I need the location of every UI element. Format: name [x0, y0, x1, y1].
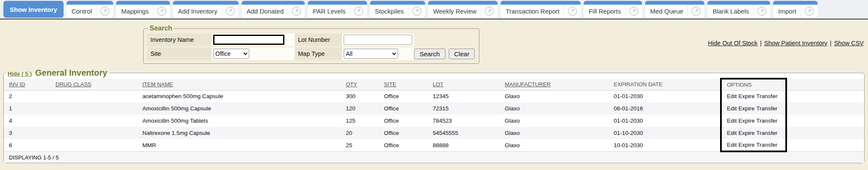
- expire-action[interactable]: Expire: [738, 142, 754, 148]
- col-header-item-name[interactable]: ITEM NAME: [142, 81, 173, 88]
- external-link-icon[interactable]: [351, 5, 367, 18]
- expire-action[interactable]: Expire: [738, 93, 754, 99]
- external-link-icon[interactable]: [153, 5, 170, 18]
- expire-action[interactable]: Expire: [738, 105, 754, 112]
- tab-label: Control: [67, 5, 96, 18]
- pagination-row: DISPLAYING 1-5 / 5: [4, 151, 864, 163]
- site-select[interactable]: Office: [213, 49, 249, 59]
- edit-action[interactable]: Edit: [727, 142, 737, 148]
- tab-label: Stockpiles: [370, 5, 408, 18]
- inventory-table: INV ID DRUG CLASS ITEM NAME QTY SITE LOT…: [4, 78, 864, 163]
- external-link-icon[interactable]: [801, 5, 818, 18]
- tab-import[interactable]: Import: [773, 1, 818, 18]
- cell-qty: 120: [341, 102, 379, 115]
- cell-inv-id: 6: [4, 139, 50, 151]
- external-link-icon[interactable]: [97, 5, 113, 18]
- cell-manufacturer: Glaxo: [500, 90, 609, 102]
- expire-action[interactable]: Expire: [738, 130, 754, 136]
- view-links: Hide Out Of Stock | Show Patient Invento…: [479, 22, 864, 47]
- lot-number-label: Lot Number: [295, 33, 342, 46]
- tab-fill-reports[interactable]: Fill Reports: [584, 1, 642, 18]
- transfer-action[interactable]: Transfer: [757, 118, 778, 124]
- cell-lot: 72315: [428, 102, 500, 115]
- cell-site: Office: [379, 127, 428, 139]
- cell-expiration-date: 01-01-2030: [609, 115, 721, 127]
- transfer-action[interactable]: Transfer: [757, 105, 778, 112]
- tab-par-levels[interactable]: PAR Levels: [308, 1, 367, 18]
- tab-med-queue[interactable]: Med Queue: [645, 1, 704, 18]
- inventory-name-label: Inventory Name: [147, 33, 211, 46]
- empty-cell: [786, 115, 864, 127]
- map-type-select[interactable]: All: [344, 49, 398, 59]
- cell-lot: 88888: [428, 139, 500, 151]
- tab-mappings[interactable]: Mappings: [116, 1, 170, 18]
- inventory-row: 1 Amoxicillin 500mg Capsule 120 Office 7…: [4, 102, 864, 115]
- cell-lot: 12345: [428, 90, 500, 102]
- tab-stockpiles[interactable]: Stockpiles: [370, 1, 425, 18]
- tab-label: Fill Reports: [584, 5, 625, 18]
- tab-cap: [242, 1, 305, 5]
- empty-cell: [786, 139, 864, 151]
- cell-lot: 54545555: [428, 127, 500, 139]
- cell-drug-class: [50, 115, 137, 127]
- external-link-icon[interactable]: [222, 5, 239, 18]
- show-patient-inventory-link[interactable]: Show Patient Inventory: [764, 40, 827, 47]
- clear-button[interactable]: Clear: [449, 49, 475, 59]
- cell-drug-class: [50, 127, 137, 139]
- col-header-manufacturer[interactable]: MANUFACTURER: [505, 81, 551, 88]
- tab-cap: [501, 1, 581, 5]
- show-csv-link[interactable]: Show CSV: [834, 40, 864, 47]
- external-link-icon[interactable]: [688, 5, 704, 18]
- external-link-icon[interactable]: [626, 5, 642, 18]
- cell-expiration-date: 10-01-2030: [609, 139, 721, 151]
- inventory-name-input[interactable]: [213, 35, 284, 45]
- cell-item-name: acetaminophen 500mg Capsule: [137, 90, 341, 102]
- tab-label: Import: [773, 5, 801, 18]
- external-link-icon[interactable]: [564, 5, 581, 18]
- lot-number-input[interactable]: [344, 35, 412, 45]
- tab-cap: [428, 1, 498, 5]
- cell-item-name: Amoxicillin 500mg Capsule: [137, 102, 341, 115]
- col-header-site[interactable]: SITE: [384, 81, 396, 88]
- hide-out-of-stock-link[interactable]: Hide Out Of Stock: [708, 40, 757, 47]
- tab-cap: [116, 1, 170, 5]
- external-link-icon[interactable]: [754, 5, 770, 18]
- edit-action[interactable]: Edit: [727, 130, 737, 136]
- tab-cap: [67, 1, 113, 5]
- search-button[interactable]: Search: [414, 49, 445, 59]
- tab-label: Weekly Review: [428, 5, 481, 18]
- col-header-drug-class[interactable]: DRUG CLASS: [56, 81, 92, 88]
- edit-action[interactable]: Edit: [727, 118, 737, 124]
- cell-qty: 20: [341, 127, 379, 139]
- external-link-icon[interactable]: [288, 5, 305, 18]
- general-inventory-panel: Hide ( 5 ) General Inventory INV ID DRUG…: [3, 68, 865, 163]
- displaying-status: DISPLAYING 1-5 / 5: [4, 151, 864, 163]
- tab-weekly-review[interactable]: Weekly Review: [428, 1, 498, 18]
- tab-transaction-report[interactable]: Transaction Report: [501, 1, 581, 18]
- external-link-icon[interactable]: [481, 5, 498, 18]
- col-header-inv-id[interactable]: INV ID: [9, 81, 25, 88]
- tab-show-inventory[interactable]: Show Inventory: [3, 1, 64, 18]
- empty-cell: [786, 90, 864, 102]
- tab-label: Transaction Report: [501, 5, 564, 18]
- expire-action[interactable]: Expire: [738, 118, 754, 124]
- inventory-row: 2 acetaminophen 500mg Capsule 300 Office…: [4, 90, 864, 102]
- transfer-action[interactable]: Transfer: [757, 130, 778, 136]
- hide-count-link[interactable]: Hide ( 5 ): [8, 71, 32, 77]
- tab-cap: [308, 1, 367, 5]
- tab-add-inventory[interactable]: Add Inventory: [173, 1, 239, 18]
- edit-action[interactable]: Edit: [727, 105, 737, 112]
- edit-action[interactable]: Edit: [727, 93, 737, 99]
- external-link-icon[interactable]: [409, 5, 425, 18]
- col-header-lot[interactable]: LOT: [433, 81, 443, 88]
- cell-drug-class: [50, 139, 137, 151]
- tab-add-donated[interactable]: Add Donated: [242, 1, 305, 18]
- transfer-action[interactable]: Transfer: [757, 142, 778, 148]
- transfer-action[interactable]: Transfer: [757, 93, 778, 99]
- tab-control[interactable]: Control: [67, 1, 113, 18]
- cell-manufacturer: Glaxo: [500, 127, 609, 139]
- cell-inv-id: 1: [4, 102, 50, 115]
- tab-label: Blank Labels: [707, 5, 753, 18]
- col-header-qty[interactable]: QTY: [346, 81, 357, 88]
- tab-blank-labels[interactable]: Blank Labels: [707, 1, 770, 18]
